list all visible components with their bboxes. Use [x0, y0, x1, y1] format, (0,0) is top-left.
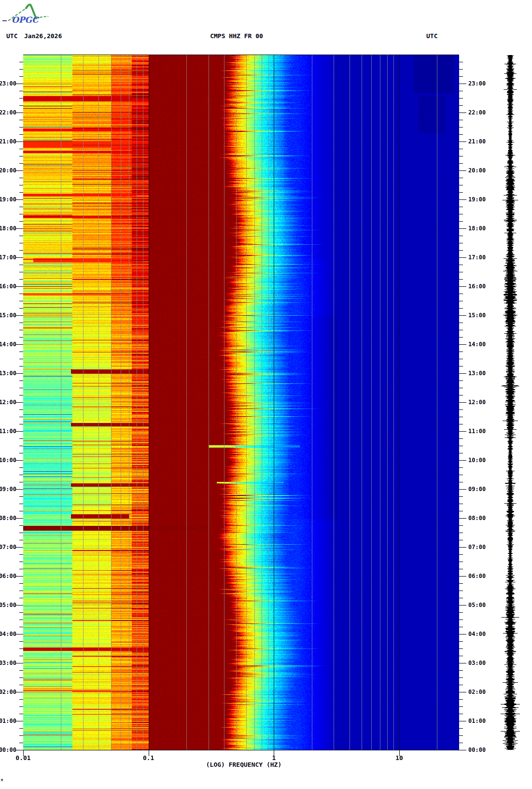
left-time-label: 12:00 — [0, 399, 16, 406]
left-time-label: 10:00 — [0, 457, 16, 464]
x-tick-label: 10 — [395, 754, 403, 761]
left-time-label: 16:00 — [0, 283, 16, 290]
right-time-label: 10:00 — [468, 457, 486, 464]
right-time-label: 11:00 — [468, 428, 486, 435]
right-time-label: 08:00 — [468, 515, 486, 521]
right-time-label: 23:00 — [468, 80, 486, 87]
left-time-label: 20:00 — [0, 167, 16, 174]
x-axis-label: (LOG) FREQUENCY (HZ) — [206, 761, 282, 768]
utc-label-right: UTC — [426, 32, 437, 40]
left-time-label: 00:00 — [0, 747, 16, 753]
right-time-label: 07:00 — [468, 544, 486, 550]
right-time-label: 02:00 — [468, 689, 486, 695]
left-time-label: 03:00 — [0, 660, 16, 666]
right-time-label: 12:00 — [468, 399, 486, 406]
x-tick-label: 0.1 — [143, 754, 154, 761]
right-time-label: 13:00 — [468, 370, 486, 377]
left-time-label: 11:00 — [0, 428, 16, 435]
right-time-label: 21:00 — [468, 138, 486, 145]
right-time-label: 14:00 — [468, 341, 486, 348]
left-time-label: 02:00 — [0, 689, 16, 695]
right-time-label: 00:00 — [468, 747, 486, 753]
left-time-label: 18:00 — [0, 225, 16, 232]
right-time-label: 06:00 — [468, 573, 486, 579]
left-time-label: 01:00 — [0, 718, 16, 724]
opgc-logo: OPGC — [2, 2, 55, 27]
right-time-label: 01:00 — [468, 718, 486, 724]
right-time-label: 15:00 — [468, 312, 486, 319]
right-time-label: 16:00 — [468, 283, 486, 290]
left-time-label: 04:00 — [0, 631, 16, 637]
right-time-label: 18:00 — [468, 225, 486, 232]
spectrogram-canvas — [23, 55, 459, 750]
right-time-label: 19:00 — [468, 196, 486, 203]
left-time-label: 22:00 — [0, 109, 16, 116]
left-time-label: 07:00 — [0, 544, 16, 550]
right-time-label: 03:00 — [468, 660, 486, 666]
left-time-label: 06:00 — [0, 573, 16, 579]
waveform-canvas — [489, 55, 532, 750]
left-time-label: 08:00 — [0, 515, 16, 521]
footer-mark: M — [1, 778, 3, 782]
date-label: Jan26,2026 — [24, 32, 62, 40]
x-tick-label: 0.01 — [15, 754, 30, 761]
right-time-label: 20:00 — [468, 167, 486, 174]
left-time-label: 19:00 — [0, 196, 16, 203]
right-time-label: 05:00 — [468, 602, 486, 608]
left-time-label: 14:00 — [0, 341, 16, 348]
left-time-label: 23:00 — [0, 80, 16, 87]
right-time-label: 04:00 — [468, 631, 486, 637]
right-time-label: 09:00 — [468, 486, 486, 493]
left-time-label: 09:00 — [0, 486, 16, 493]
page-title: CMPS HHZ FR 00 — [210, 32, 263, 40]
left-time-label: 17:00 — [0, 254, 16, 261]
right-time-label: 17:00 — [468, 254, 486, 261]
left-time-label: 05:00 — [0, 602, 16, 608]
spectrogram-page: { "header": { "utc_left": "UTC", "date":… — [0, 0, 532, 789]
left-time-label: 21:00 — [0, 138, 16, 145]
left-time-label: 15:00 — [0, 312, 16, 319]
x-tick-label: 1 — [272, 754, 276, 761]
utc-label-left: UTC — [6, 32, 17, 40]
logo-text: OPGC — [12, 15, 40, 25]
right-time-label: 22:00 — [468, 109, 486, 116]
left-time-label: 13:00 — [0, 370, 16, 377]
